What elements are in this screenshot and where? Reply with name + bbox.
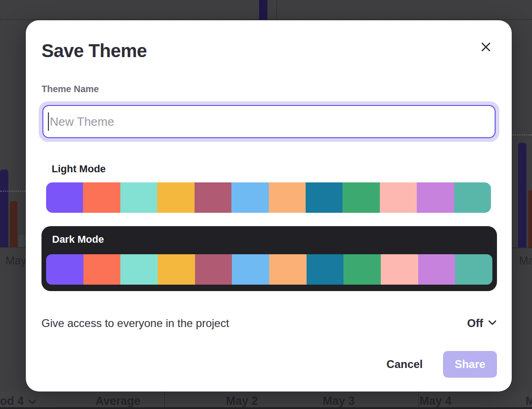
palette-swatch: [232, 254, 269, 285]
dark-mode-label: Dark Mode: [52, 234, 104, 245]
palette-swatch: [120, 182, 157, 213]
theme-name-label: Theme Name: [41, 84, 99, 94]
backdrop-bar-gray-left: [19, 235, 25, 247]
backdrop-axis-label-ma: Ma: [519, 254, 532, 267]
close-icon: [480, 41, 491, 54]
backdrop-dotted-divider: [276, 0, 277, 20]
save-theme-dialog: Save Theme Theme Name Light Mode Dark Mo…: [26, 20, 512, 391]
dark-mode-palette: [46, 254, 492, 285]
share-button[interactable]: Share: [443, 351, 497, 378]
palette-swatch: [157, 182, 194, 213]
dialog-actions: Cancel Share: [41, 351, 497, 378]
palette-swatch: [454, 182, 491, 213]
access-dropdown-value: Off: [467, 317, 483, 330]
palette-swatch: [231, 182, 268, 213]
palette-swatch: [455, 254, 492, 285]
backdrop-header-may2: May 2: [226, 394, 258, 408]
palette-swatch: [343, 182, 379, 213]
backdrop-bar-maroon-left: [10, 201, 18, 247]
backdrop-axis-label-may: May: [6, 254, 26, 267]
light-mode-palette: [46, 182, 491, 213]
backdrop-axis-line-left: [0, 247, 26, 248]
dark-mode-card: Dark Mode: [41, 226, 497, 291]
palette-swatch: [83, 254, 121, 285]
palette-swatch: [46, 182, 83, 213]
backdrop-header-may4: May 4: [420, 394, 451, 408]
palette-swatch: [269, 182, 306, 213]
backdrop-period-dropdown: od 4: [0, 394, 36, 408]
backdrop-bar-indigo-left: [0, 169, 8, 247]
palette-swatch: [195, 182, 231, 213]
palette-swatch: [158, 254, 195, 285]
theme-name-focus-ring: [39, 101, 499, 142]
access-row: Give access to everyone in the project O…: [41, 313, 497, 333]
palette-swatch: [120, 254, 158, 285]
backdrop-header-may3: May 3: [323, 394, 355, 408]
text-caret: [48, 112, 49, 131]
backdrop-bar-indigo-right: [518, 143, 526, 248]
palette-swatch: [83, 182, 120, 213]
theme-name-input[interactable]: [42, 105, 496, 138]
backdrop-reference-line-left: [0, 191, 26, 192]
backdrop-header-average: Average: [95, 394, 141, 408]
palette-swatch: [380, 182, 417, 213]
access-dropdown[interactable]: Off: [467, 317, 497, 330]
backdrop-column-separator: [164, 391, 165, 407]
backdrop-header-partial: M: [526, 394, 532, 408]
palette-swatch: [195, 254, 232, 285]
cancel-button[interactable]: Cancel: [386, 358, 423, 371]
backdrop-period-label: od 4: [0, 394, 24, 408]
chevron-down-icon: [28, 394, 36, 408]
palette-swatch: [46, 254, 83, 285]
backdrop-bottom-edge: [0, 407, 532, 409]
palette-swatch: [381, 254, 418, 285]
palette-swatch: [343, 254, 381, 285]
backdrop-table-header-row: [0, 391, 532, 409]
backdrop-reference-line-right: [512, 134, 532, 135]
backdrop-axis-line-right: [512, 247, 532, 248]
close-button[interactable]: [476, 38, 496, 57]
palette-swatch: [418, 254, 455, 285]
palette-swatch: [307, 254, 344, 285]
backdrop-bar-maroon-right: [528, 190, 532, 248]
dialog-title: Save Theme: [41, 41, 147, 61]
backdrop-column-separator: [418, 391, 419, 407]
palette-swatch: [306, 182, 343, 213]
access-label: Give access to everyone in the project: [41, 317, 229, 330]
light-mode-label: Light Mode: [52, 163, 106, 175]
backdrop-bar-top: [259, 0, 267, 20]
palette-swatch: [269, 254, 307, 285]
palette-swatch: [417, 182, 454, 213]
chevron-down-icon: [488, 320, 497, 327]
